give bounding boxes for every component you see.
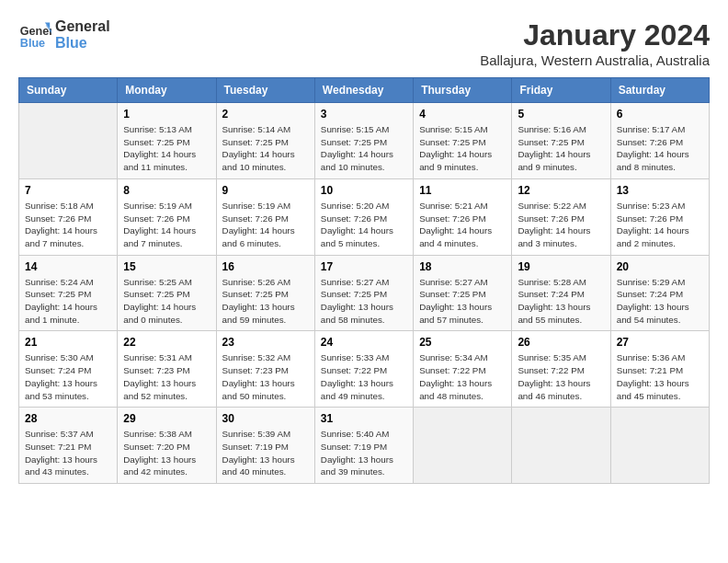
location-title: Ballajura, Western Australia, Australia: [480, 52, 710, 68]
column-header-wednesday: Wednesday: [314, 78, 413, 103]
day-info: Sunrise: 5:34 AMSunset: 7:22 PMDaylight:…: [419, 351, 506, 402]
day-info: Sunrise: 5:30 AMSunset: 7:24 PMDaylight:…: [25, 351, 111, 402]
column-header-sunday: Sunday: [19, 78, 118, 103]
day-info: Sunrise: 5:38 AMSunset: 7:20 PMDaylight:…: [123, 428, 210, 478]
day-cell: 19Sunrise: 5:28 AMSunset: 7:24 PMDayligh…: [512, 255, 610, 331]
day-number: 25: [419, 336, 506, 349]
day-info: Sunrise: 5:18 AMSunset: 7:26 PMDaylight:…: [25, 200, 111, 250]
day-info: Sunrise: 5:32 AMSunset: 7:23 PMDaylight:…: [222, 351, 309, 402]
month-title: January 2024: [480, 18, 710, 52]
day-info: Sunrise: 5:40 AMSunset: 7:19 PMDaylight:…: [321, 428, 407, 478]
day-info: Sunrise: 5:33 AMSunset: 7:22 PMDaylight:…: [321, 351, 407, 402]
day-cell: 14Sunrise: 5:24 AMSunset: 7:25 PMDayligh…: [19, 255, 118, 331]
day-info: Sunrise: 5:29 AMSunset: 7:24 PMDaylight:…: [617, 276, 703, 327]
day-number: 20: [617, 260, 703, 273]
day-info: Sunrise: 5:26 AMSunset: 7:25 PMDaylight:…: [222, 276, 309, 327]
day-cell: 26Sunrise: 5:35 AMSunset: 7:22 PMDayligh…: [512, 331, 610, 408]
day-number: 1: [123, 108, 210, 121]
day-info: Sunrise: 5:19 AMSunset: 7:26 PMDaylight:…: [123, 200, 210, 250]
day-number: 30: [222, 412, 309, 425]
day-cell: 28Sunrise: 5:37 AMSunset: 7:21 PMDayligh…: [19, 408, 118, 484]
day-info: Sunrise: 5:14 AMSunset: 7:25 PMDaylight:…: [222, 123, 309, 174]
day-cell: [19, 103, 118, 179]
day-cell: 20Sunrise: 5:29 AMSunset: 7:24 PMDayligh…: [610, 255, 709, 331]
day-cell: 24Sunrise: 5:33 AMSunset: 7:22 PMDayligh…: [314, 331, 413, 408]
logo-line2: Blue: [55, 35, 110, 52]
week-row-1: 1Sunrise: 5:13 AMSunset: 7:25 PMDaylight…: [19, 103, 710, 179]
day-cell: 17Sunrise: 5:27 AMSunset: 7:25 PMDayligh…: [314, 255, 413, 331]
column-header-saturday: Saturday: [610, 78, 709, 103]
day-number: 21: [25, 336, 111, 349]
day-cell: 31Sunrise: 5:40 AMSunset: 7:19 PMDayligh…: [314, 408, 413, 484]
day-cell: 18Sunrise: 5:27 AMSunset: 7:25 PMDayligh…: [414, 255, 512, 331]
day-cell: 5Sunrise: 5:16 AMSunset: 7:25 PMDaylight…: [512, 103, 610, 179]
column-header-monday: Monday: [118, 78, 216, 103]
logo-icon: General Blue: [18, 18, 51, 52]
day-number: 28: [25, 412, 111, 425]
day-info: Sunrise: 5:15 AMSunset: 7:25 PMDaylight:…: [321, 123, 407, 174]
day-number: 22: [123, 336, 210, 349]
day-info: Sunrise: 5:19 AMSunset: 7:26 PMDaylight:…: [222, 200, 309, 250]
day-cell: 11Sunrise: 5:21 AMSunset: 7:26 PMDayligh…: [414, 178, 512, 255]
day-info: Sunrise: 5:13 AMSunset: 7:25 PMDaylight:…: [123, 123, 210, 174]
day-number: 19: [518, 260, 604, 273]
day-info: Sunrise: 5:15 AMSunset: 7:25 PMDaylight:…: [419, 123, 506, 174]
day-cell: 29Sunrise: 5:38 AMSunset: 7:20 PMDayligh…: [118, 408, 216, 484]
page-header: General Blue General Blue January 2024 B…: [18, 18, 710, 68]
day-number: 12: [518, 184, 604, 197]
day-number: 17: [321, 260, 407, 273]
day-number: 6: [617, 108, 703, 121]
day-number: 8: [123, 184, 210, 197]
day-info: Sunrise: 5:25 AMSunset: 7:25 PMDaylight:…: [123, 276, 210, 327]
day-number: 26: [518, 336, 604, 349]
day-info: Sunrise: 5:31 AMSunset: 7:23 PMDaylight:…: [123, 351, 210, 402]
day-cell: 6Sunrise: 5:17 AMSunset: 7:26 PMDaylight…: [610, 103, 709, 179]
day-number: 5: [518, 108, 604, 121]
day-cell: 10Sunrise: 5:20 AMSunset: 7:26 PMDayligh…: [314, 178, 413, 255]
week-row-4: 21Sunrise: 5:30 AMSunset: 7:24 PMDayligh…: [19, 331, 710, 408]
calendar-table: SundayMondayTuesdayWednesdayThursdayFrid…: [18, 77, 710, 484]
day-cell: [610, 408, 709, 484]
day-info: Sunrise: 5:36 AMSunset: 7:21 PMDaylight:…: [617, 351, 703, 402]
day-info: Sunrise: 5:27 AMSunset: 7:25 PMDaylight:…: [419, 276, 506, 327]
day-cell: 22Sunrise: 5:31 AMSunset: 7:23 PMDayligh…: [118, 331, 216, 408]
calendar-body: 1Sunrise: 5:13 AMSunset: 7:25 PMDaylight…: [19, 103, 710, 484]
day-number: 9: [222, 184, 309, 197]
day-cell: 27Sunrise: 5:36 AMSunset: 7:21 PMDayligh…: [610, 331, 709, 408]
day-cell: 25Sunrise: 5:34 AMSunset: 7:22 PMDayligh…: [414, 331, 512, 408]
day-cell: 2Sunrise: 5:14 AMSunset: 7:25 PMDaylight…: [216, 103, 314, 179]
day-info: Sunrise: 5:28 AMSunset: 7:24 PMDaylight:…: [518, 276, 604, 327]
week-row-5: 28Sunrise: 5:37 AMSunset: 7:21 PMDayligh…: [19, 408, 710, 484]
day-cell: 13Sunrise: 5:23 AMSunset: 7:26 PMDayligh…: [610, 178, 709, 255]
day-info: Sunrise: 5:37 AMSunset: 7:21 PMDaylight:…: [25, 428, 111, 478]
day-cell: 7Sunrise: 5:18 AMSunset: 7:26 PMDaylight…: [19, 178, 118, 255]
day-number: 14: [25, 260, 111, 273]
day-info: Sunrise: 5:16 AMSunset: 7:25 PMDaylight:…: [518, 123, 604, 174]
day-number: 18: [419, 260, 506, 273]
day-number: 10: [321, 184, 407, 197]
day-info: Sunrise: 5:39 AMSunset: 7:19 PMDaylight:…: [222, 428, 309, 478]
column-header-tuesday: Tuesday: [216, 78, 314, 103]
day-info: Sunrise: 5:35 AMSunset: 7:22 PMDaylight:…: [518, 351, 604, 402]
day-cell: [414, 408, 512, 484]
week-row-2: 7Sunrise: 5:18 AMSunset: 7:26 PMDaylight…: [19, 178, 710, 255]
day-info: Sunrise: 5:22 AMSunset: 7:26 PMDaylight:…: [518, 200, 604, 250]
day-cell: 15Sunrise: 5:25 AMSunset: 7:25 PMDayligh…: [118, 255, 216, 331]
day-cell: [512, 408, 610, 484]
day-info: Sunrise: 5:21 AMSunset: 7:26 PMDaylight:…: [419, 200, 506, 250]
day-info: Sunrise: 5:27 AMSunset: 7:25 PMDaylight:…: [321, 276, 407, 327]
day-number: 2: [222, 108, 309, 121]
day-cell: 8Sunrise: 5:19 AMSunset: 7:26 PMDaylight…: [118, 178, 216, 255]
day-cell: 4Sunrise: 5:15 AMSunset: 7:25 PMDaylight…: [414, 103, 512, 179]
week-row-3: 14Sunrise: 5:24 AMSunset: 7:25 PMDayligh…: [19, 255, 710, 331]
day-cell: 1Sunrise: 5:13 AMSunset: 7:25 PMDaylight…: [118, 103, 216, 179]
day-number: 23: [222, 336, 309, 349]
day-cell: 3Sunrise: 5:15 AMSunset: 7:25 PMDaylight…: [314, 103, 413, 179]
day-cell: 9Sunrise: 5:19 AMSunset: 7:26 PMDaylight…: [216, 178, 314, 255]
column-header-friday: Friday: [512, 78, 610, 103]
logo-line1: General: [55, 18, 110, 35]
day-info: Sunrise: 5:17 AMSunset: 7:26 PMDaylight:…: [617, 123, 703, 174]
logo: General Blue General Blue: [18, 18, 110, 52]
day-number: 24: [321, 336, 407, 349]
day-number: 7: [25, 184, 111, 197]
